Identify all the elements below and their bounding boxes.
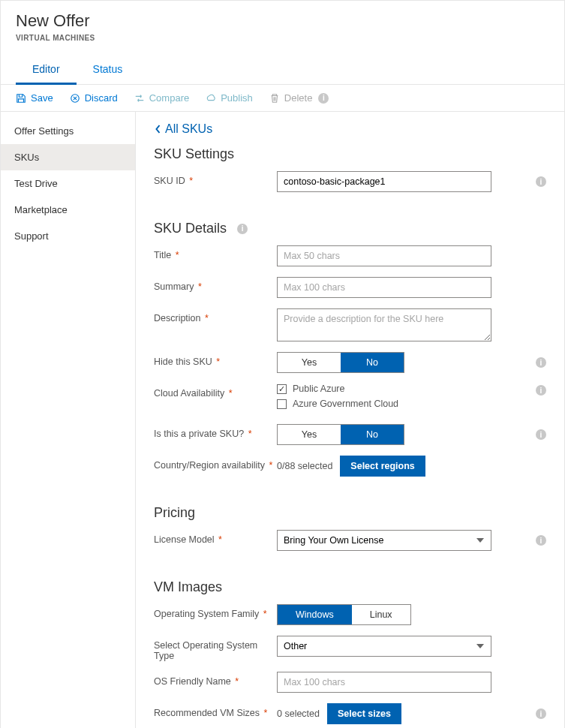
checkbox-public-azure[interactable]	[277, 384, 287, 394]
back-all-skus[interactable]: All SKUs	[154, 122, 546, 136]
info-icon[interactable]	[536, 357, 546, 368]
label-hide-sku: Hide this SKU	[154, 356, 212, 367]
info-icon[interactable]	[536, 176, 546, 187]
hide-sku-yes[interactable]: Yes	[278, 353, 341, 372]
sidebar-item-marketplace[interactable]: Marketplace	[1, 197, 135, 223]
section-vm-images: VM Images	[154, 579, 546, 595]
info-icon[interactable]	[536, 429, 546, 440]
hide-sku-no[interactable]: No	[341, 353, 404, 372]
info-icon[interactable]	[536, 535, 546, 546]
tab-status[interactable]: Status	[77, 57, 140, 84]
private-sku-no[interactable]: No	[341, 425, 404, 444]
toolbar: Save Discard Compare Publish Delete	[1, 85, 564, 112]
title-input[interactable]	[277, 245, 491, 266]
summary-input[interactable]	[277, 277, 491, 298]
label-region-availability: Country/Region availability	[154, 460, 265, 471]
checkbox-gov-cloud[interactable]	[277, 399, 287, 409]
label-os-family: Operating System Family	[154, 609, 259, 619]
discard-icon	[70, 93, 80, 104]
label-cloud-availability: Cloud Availability	[154, 388, 224, 399]
private-sku-toggle: Yes No	[277, 424, 404, 445]
sku-id-input[interactable]	[277, 171, 491, 192]
info-icon[interactable]	[237, 224, 248, 234]
os-family-linux[interactable]: Linux	[352, 605, 410, 624]
sidebar: Offer Settings SKUs Test Drive Marketpla…	[1, 112, 136, 728]
info-icon[interactable]	[536, 708, 546, 719]
compare-icon	[134, 93, 145, 104]
info-icon[interactable]	[536, 385, 546, 396]
license-model-select[interactable]: Bring Your Own License	[277, 530, 491, 551]
tab-bar: Editor Status	[1, 53, 564, 85]
save-icon	[16, 93, 26, 104]
info-icon[interactable]	[318, 93, 329, 104]
sidebar-item-offer-settings[interactable]: Offer Settings	[1, 118, 135, 144]
sidebar-item-skus[interactable]: SKUs	[1, 144, 135, 170]
label-private-sku: Is this a private SKU?	[154, 429, 244, 439]
os-family-windows[interactable]: Windows	[278, 605, 352, 624]
label-description: Description	[154, 313, 201, 323]
sidebar-item-support[interactable]: Support	[1, 223, 135, 249]
private-sku-yes[interactable]: Yes	[278, 425, 341, 444]
compare-button[interactable]: Compare	[134, 92, 189, 104]
offer-type-label: VIRTUAL MACHINES	[16, 34, 549, 42]
label-os-type: Select Operating System Type	[154, 640, 257, 661]
section-sku-settings: SKU Settings	[154, 146, 546, 162]
os-family-toggle: Windows Linux	[277, 604, 411, 625]
label-summary: Summary	[154, 281, 194, 292]
select-sizes-button[interactable]: Select sizes	[327, 703, 401, 724]
label-os-friendly-name: OS Friendly Name	[154, 676, 231, 687]
region-count: 0/88 selected	[277, 461, 332, 471]
delete-icon	[269, 93, 280, 104]
section-pricing: Pricing	[154, 505, 546, 521]
publish-button[interactable]: Publish	[206, 92, 253, 104]
label-title: Title	[154, 250, 171, 260]
os-type-select[interactable]: Other	[277, 636, 491, 657]
description-input[interactable]	[277, 308, 491, 341]
tab-editor[interactable]: Editor	[16, 57, 77, 85]
label-sku-id: SKU ID	[154, 176, 185, 186]
section-sku-details: SKU Details	[154, 221, 546, 236]
hide-sku-toggle: Yes No	[277, 352, 404, 373]
label-vm-sizes: Recommended VM Sizes	[154, 708, 260, 718]
vm-sizes-count: 0 selected	[277, 708, 320, 719]
delete-button[interactable]: Delete	[269, 92, 313, 104]
select-regions-button[interactable]: Select regions	[340, 456, 425, 477]
save-button[interactable]: Save	[16, 92, 53, 104]
sidebar-item-test-drive[interactable]: Test Drive	[1, 170, 135, 197]
discard-button[interactable]: Discard	[70, 92, 118, 104]
chevron-left-icon	[154, 124, 162, 134]
page-title: New Offer	[16, 11, 549, 31]
publish-icon	[206, 93, 216, 104]
label-license-model: License Model	[154, 534, 215, 545]
os-friendly-name-input[interactable]	[277, 672, 491, 693]
